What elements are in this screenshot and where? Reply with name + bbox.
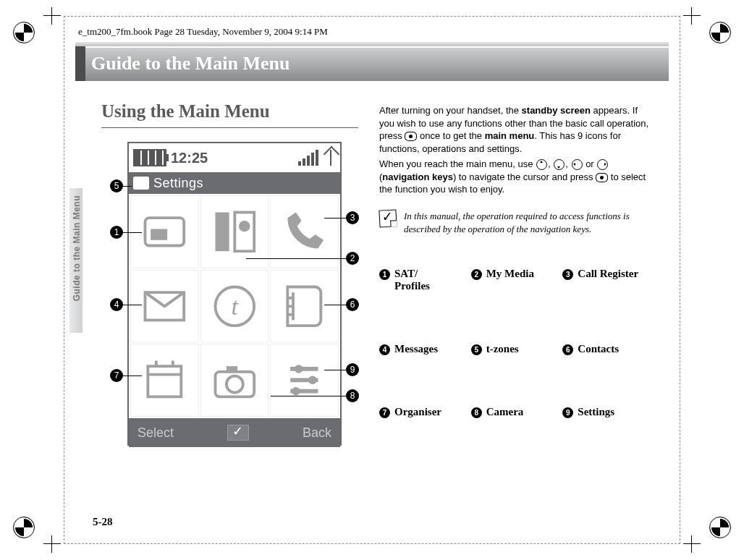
bold-text: navigation keys — [382, 171, 453, 182]
legend-item-1: 1SAT/ Profiles — [379, 268, 471, 292]
phone-grid: t — [129, 194, 340, 418]
legend-item-9: 9Settings — [562, 406, 654, 418]
menu-cell-organiser — [130, 344, 199, 417]
phone-statusbar: 12:25 — [129, 143, 340, 172]
legend-label: Organiser — [394, 406, 441, 418]
legend-num: 8 — [471, 407, 482, 418]
svg-point-12 — [295, 365, 303, 373]
center-key-icon — [405, 132, 417, 141]
running-header: e_tm200_7fm.book Page 28 Tuesday, Novemb… — [78, 26, 328, 38]
legend-num: 1 — [379, 269, 390, 280]
side-tab-label: Guide to the Main Menu — [72, 195, 82, 301]
leader — [246, 258, 346, 259]
chapter-title: Guide to the Main Menu — [91, 53, 289, 75]
softkey-left: Select — [138, 425, 174, 441]
nav-left-icon — [572, 159, 583, 170]
menu-cell-contacts — [270, 270, 339, 343]
callout-6: 6 — [346, 298, 359, 311]
legend: 1SAT/ Profiles 2My Media 3Call Register … — [379, 268, 654, 418]
legend-label: Messages — [394, 343, 438, 355]
leader — [123, 232, 142, 233]
softkey-center-check-icon — [227, 425, 249, 441]
svg-point-10 — [226, 376, 242, 393]
callout-4: 4 — [110, 298, 123, 311]
legend-row: 4Messages 5t-zones 6Contacts — [379, 343, 654, 355]
menu-cell-t-zones: t — [200, 270, 269, 343]
note-box: In this manual, the operation required t… — [379, 210, 654, 235]
titlebar-icon — [133, 177, 149, 190]
softkey-right: Back — [303, 425, 331, 441]
text: once to get the — [417, 130, 484, 141]
clock-text: 12:25 — [171, 150, 208, 166]
text: , — [548, 158, 553, 169]
leader — [324, 305, 346, 305]
section-heading: Using the Main Menu — [101, 101, 270, 122]
legend-num: 9 — [562, 407, 573, 418]
text: When you reach the main menu, use — [379, 158, 536, 169]
callout-3: 3 — [346, 211, 359, 224]
crop-mark — [683, 7, 701, 25]
callout-7: 7 — [110, 369, 123, 382]
legend-item-4: 4Messages — [379, 343, 471, 355]
registration-mark — [709, 22, 731, 43]
legend-row: 1SAT/ Profiles 2My Media 3Call Register — [379, 268, 654, 292]
legend-item-6: 6Contacts — [562, 343, 654, 355]
section-rule — [101, 127, 358, 128]
crop-mark — [43, 535, 61, 553]
paragraph-1: After turning on your handset, the stand… — [379, 104, 654, 155]
callout-2: 2 — [346, 252, 359, 265]
legend-num: 3 — [562, 269, 573, 280]
leader — [271, 396, 346, 396]
callout-9: 9 — [346, 363, 359, 376]
leader — [324, 370, 346, 370]
menu-cell-my-media — [200, 195, 269, 268]
menu-cell-camera — [200, 344, 269, 417]
svg-point-13 — [308, 376, 316, 384]
legend-row: 7Organiser 8Camera 9Settings — [379, 406, 654, 418]
nav-down-icon — [554, 159, 565, 170]
registration-mark — [13, 517, 35, 538]
registration-mark — [13, 22, 35, 43]
legend-item-2: 2My Media — [471, 268, 563, 292]
legend-item-8: 8Camera — [471, 406, 563, 418]
note-text: In this manual, the operation required t… — [404, 210, 654, 235]
legend-num: 5 — [471, 344, 482, 355]
legend-label: t-zones — [486, 343, 519, 355]
page-number: 5-28 — [93, 516, 113, 528]
svg-point-14 — [292, 387, 300, 395]
nav-right-icon — [597, 159, 608, 170]
svg-rect-8 — [148, 366, 181, 396]
menu-cell-call-register — [270, 195, 339, 268]
legend-num: 4 — [379, 344, 390, 355]
body-text: After turning on your handset, the stand… — [379, 104, 654, 199]
legend-num: 6 — [562, 344, 573, 355]
legend-num: 7 — [379, 407, 390, 418]
svg-rect-2 — [215, 212, 229, 251]
text: ) to navigate the cursor and press — [453, 171, 596, 182]
leader — [324, 218, 346, 219]
chapter-bar: Guide to the Main Menu — [75, 46, 669, 81]
antenna-icon — [326, 150, 336, 166]
phone-titlebar: Settings — [129, 172, 340, 194]
legend-item-7: 7Organiser — [379, 406, 471, 418]
legend-label: Contacts — [578, 343, 619, 355]
callout-8: 8 — [346, 389, 359, 402]
legend-num: 2 — [471, 269, 482, 280]
registration-mark — [709, 517, 731, 538]
leader — [123, 305, 142, 305]
paragraph-2: When you reach the main menu, use , , or… — [379, 158, 654, 196]
text: or — [583, 158, 597, 169]
legend-label: SAT/ Profiles — [394, 268, 430, 292]
callout-5: 5 — [110, 179, 123, 192]
svg-point-4 — [239, 221, 250, 232]
legend-label: My Media — [486, 268, 534, 292]
signal-icon — [298, 150, 318, 166]
menu-cell-settings — [270, 344, 339, 417]
nav-up-icon — [536, 159, 547, 170]
leader — [123, 376, 142, 376]
callout-1: 1 — [110, 226, 123, 239]
legend-item-3: 3Call Register — [562, 268, 654, 292]
legend-label: Settings — [578, 406, 614, 418]
legend-label: Camera — [486, 406, 524, 418]
bold-text: main menu — [485, 130, 535, 141]
